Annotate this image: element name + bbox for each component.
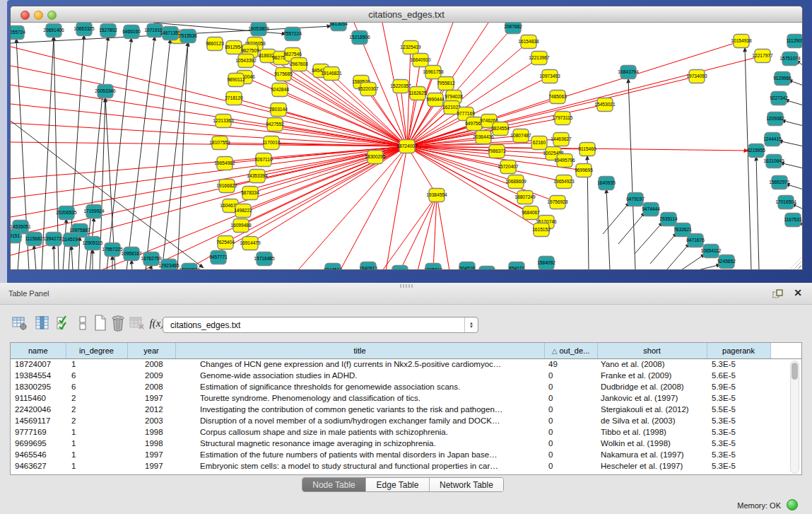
- cell-in_degree[interactable]: 1: [66, 449, 127, 460]
- network-node[interactable]: 15716485: [254, 252, 275, 266]
- edge[interactable]: [698, 264, 721, 269]
- cell-short[interactable]: Jankovic et al. (1997): [597, 392, 707, 404]
- network-node[interactable]: 9474444: [642, 203, 660, 216]
- network-node[interactable]: 10154938: [731, 35, 752, 48]
- cell-pagerank[interactable]: 5.3E-5: [707, 438, 770, 449]
- cell-in_degree[interactable]: 1: [66, 438, 127, 449]
- network-node[interactable]: 12217977: [752, 49, 773, 63]
- network-node[interactable]: 10653325: [73, 23, 95, 36]
- network-node[interactable]: 9860123: [206, 37, 224, 51]
- network-node[interactable]: 18053809: [248, 23, 269, 36]
- network-node[interactable]: 1115682: [25, 233, 43, 246]
- cell-out_degree[interactable]: 0: [544, 392, 597, 404]
- network-node[interactable]: 2087682: [504, 23, 522, 34]
- cell-name[interactable]: 9777169: [11, 426, 66, 438]
- network-node[interactable]: 19495796: [554, 154, 575, 168]
- edge[interactable]: [146, 39, 170, 269]
- edge[interactable]: [778, 141, 802, 146]
- network-node[interactable]: 904518: [459, 262, 475, 270]
- float-panel-button[interactable]: [772, 288, 784, 299]
- network-node[interactable]: 6466160: [122, 25, 141, 39]
- network-node[interactable]: 1209382: [766, 112, 784, 126]
- edge[interactable]: [71, 245, 73, 269]
- cell-short[interactable]: Franke et al. (2009): [597, 370, 707, 381]
- edge[interactable]: [177, 42, 188, 269]
- network-node[interactable]: 15692971: [769, 176, 790, 189]
- cell-year[interactable]: 1998: [127, 438, 175, 449]
- table-row[interactable]: 969969511998Structural magnetic resonanc…: [11, 438, 802, 449]
- network-node[interactable]: 19654982: [214, 157, 235, 170]
- edge[interactable]: [54, 245, 54, 269]
- network-node[interactable]: 18300295: [365, 151, 386, 164]
- network-node[interactable]: 19734093: [686, 70, 707, 83]
- table-row[interactable]: 946554611997Estimation of the future num…: [11, 449, 802, 460]
- edge[interactable]: [745, 47, 751, 269]
- network-node[interactable]: 2803144: [269, 103, 288, 117]
- network-node[interactable]: 9699695: [575, 164, 593, 177]
- cell-title[interactable]: Estimation of significance thresholds fo…: [175, 381, 544, 392]
- network-node[interactable]: 39151: [11, 230, 21, 243]
- network-node[interactable]: 1584092: [537, 257, 555, 270]
- cell-out_degree[interactable]: 0: [544, 438, 597, 449]
- network-node[interactable]: 9245652: [717, 255, 736, 269]
- network-node[interactable]: 9129966: [773, 72, 792, 86]
- cell-out_degree[interactable]: 0: [544, 404, 597, 415]
- cell-pagerank[interactable]: 5.6E-5: [707, 370, 770, 381]
- network-node[interactable]: 15720407: [498, 160, 519, 174]
- network-node[interactable]: 10688609: [505, 175, 526, 189]
- cell-year[interactable]: 1997: [127, 449, 175, 460]
- cell-name[interactable]: 14569117: [11, 415, 66, 426]
- cell-out_degree[interactable]: 0: [544, 370, 597, 381]
- network-node[interactable]: 18724007: [396, 140, 418, 153]
- network-node[interactable]: 15751074: [779, 52, 801, 66]
- cell-in_degree[interactable]: 2: [66, 392, 127, 404]
- cell-pagerank[interactable]: 5.3E-5: [707, 449, 770, 460]
- network-node[interactable]: 17973115: [553, 112, 573, 125]
- citation-network-graph[interactable]: 1232541916640910169617587955812152203571…: [11, 23, 802, 269]
- edge[interactable]: [635, 222, 663, 254]
- cell-title[interactable]: Disruption of a novel member of a sodium…: [175, 415, 544, 426]
- edge[interactable]: [100, 146, 407, 269]
- cell-pagerank[interactable]: 5.3E-5: [707, 460, 770, 472]
- delete-column-button[interactable]: [108, 313, 128, 333]
- tab-node-table[interactable]: Node Table: [302, 478, 366, 491]
- edge[interactable]: [11, 146, 407, 236]
- edge[interactable]: [382, 195, 437, 269]
- select-all-button[interactable]: [54, 313, 73, 333]
- column-header-year[interactable]: year: [127, 343, 175, 358]
- network-node[interactable]: 7625404: [216, 236, 235, 250]
- network-node[interactable]: 9115460: [578, 143, 596, 156]
- window-titlebar[interactable]: citations_edges.txt: [11, 6, 802, 23]
- column-header-pagerank[interactable]: pagerank: [707, 343, 770, 358]
- cell-year[interactable]: 2009: [127, 370, 175, 381]
- edge[interactable]: [11, 146, 407, 198]
- edge[interactable]: [628, 78, 635, 269]
- column-header-short[interactable]: short: [597, 343, 707, 358]
- edge[interactable]: [437, 195, 449, 269]
- cell-pagerank[interactable]: 5.5E-5: [707, 404, 770, 415]
- edge[interactable]: [756, 156, 759, 269]
- table-row[interactable]: 1938455462009Genome-wide association stu…: [11, 370, 802, 381]
- network-node[interactable]: 2718120: [225, 92, 243, 105]
- network-node[interactable]: 2935114: [659, 213, 678, 226]
- network-node[interactable]: 12213363: [213, 115, 234, 128]
- cell-name[interactable]: 22420046: [11, 404, 66, 415]
- network-node[interactable]: 20053346: [95, 85, 116, 98]
- cell-year[interactable]: 2003: [127, 415, 175, 426]
- cell-out_degree[interactable]: 0: [544, 426, 597, 438]
- cell-in_degree[interactable]: 6: [66, 381, 127, 392]
- network-node[interactable]: 17159924: [83, 205, 105, 218]
- network-node[interactable]: 10958167: [121, 247, 142, 261]
- network-node[interactable]: 13942737: [43, 233, 64, 246]
- network-node[interactable]: 6479197: [626, 193, 645, 206]
- create-column-button[interactable]: [90, 313, 110, 333]
- cell-year[interactable]: 2008: [127, 381, 175, 392]
- cell-title[interactable]: Investigating the contribution of common…: [175, 404, 544, 415]
- network-node[interactable]: 19756928: [547, 196, 568, 209]
- network-node[interactable]: 1162625: [408, 87, 427, 100]
- edge[interactable]: [407, 146, 564, 182]
- edge[interactable]: [107, 37, 131, 269]
- network-node[interactable]: 2967608: [290, 58, 308, 71]
- cell-year[interactable]: 1998: [127, 426, 175, 438]
- network-node[interactable]: 16914479: [240, 237, 261, 250]
